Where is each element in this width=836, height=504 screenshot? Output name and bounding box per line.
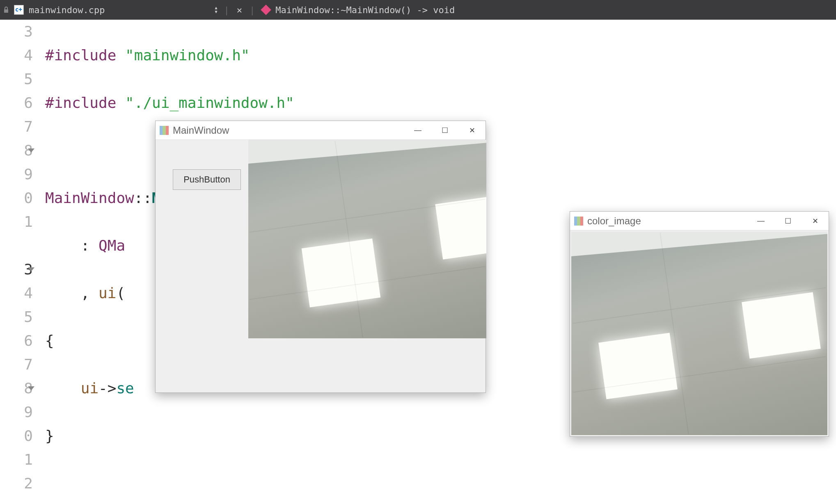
line-number: [0, 234, 33, 258]
updown-icon[interactable]: ▲▼: [215, 6, 217, 14]
fold-icon[interactable]: [28, 267, 34, 271]
window-client-area: PushButton: [156, 140, 486, 392]
line-number: 5: [0, 67, 33, 91]
line-number: 6: [0, 91, 33, 115]
titlebar[interactable]: MainWindow — ☐ ✕: [156, 121, 486, 140]
minimize-button[interactable]: —: [747, 212, 774, 230]
titlebar[interactable]: color_image — ☐ ✕: [570, 212, 829, 230]
line-number: 7: [0, 353, 33, 376]
separator: |: [250, 5, 255, 15]
line-number: 0: [0, 424, 33, 448]
line-number: 5: [0, 305, 33, 329]
line-number: 2: [0, 472, 33, 495]
camera-color-image: [571, 232, 827, 435]
line-number: 7: [0, 115, 33, 139]
window-title: MainWindow: [173, 125, 404, 136]
separator: |: [224, 5, 229, 15]
push-button[interactable]: PushButton: [173, 169, 241, 190]
line-number: 0: [0, 186, 33, 210]
close-button[interactable]: ✕: [802, 212, 829, 230]
line-number: 3: [0, 20, 33, 43]
fold-icon[interactable]: [28, 386, 34, 390]
method-icon: [261, 5, 271, 15]
close-tab-icon[interactable]: ✕: [237, 5, 242, 15]
line-number-gutter: 3 4 5 6 7 8 9 0 1 3 4 5 6 7 8 9 0 1 2: [0, 20, 39, 504]
line-number: 1: [0, 210, 33, 234]
line-number: 9: [0, 162, 33, 186]
line-number: 6: [0, 329, 33, 353]
editor-filename[interactable]: mainwindow.cpp: [29, 5, 105, 15]
minimize-button[interactable]: —: [404, 121, 431, 139]
line-number: 4: [0, 281, 33, 305]
line-number: 8: [0, 139, 33, 162]
close-button[interactable]: ✕: [458, 121, 486, 139]
cpp-file-icon: [14, 5, 24, 15]
mainwindow-dialog[interactable]: MainWindow — ☐ ✕ PushButton: [155, 121, 486, 393]
maximize-button[interactable]: ☐: [431, 121, 458, 139]
line-number: 8: [0, 376, 33, 400]
camera-preview-image: [248, 140, 486, 338]
maximize-button[interactable]: ☐: [774, 212, 802, 230]
opencv-app-icon: [574, 217, 583, 226]
symbol-breadcrumb[interactable]: MainWindow::~MainWindow() -> void: [275, 5, 455, 15]
window-title: color_image: [587, 215, 747, 227]
line-number: 9: [0, 400, 33, 424]
lock-icon: [2, 6, 10, 14]
line-number: 1: [0, 448, 33, 472]
color-image-dialog[interactable]: color_image — ☐ ✕: [570, 211, 829, 437]
line-number: 3: [0, 258, 33, 281]
line-number: 4: [0, 43, 33, 67]
qt-app-icon: [160, 126, 169, 135]
fold-icon[interactable]: [28, 148, 34, 153]
ide-toolbar: mainwindow.cpp ▲▼ | ✕ | MainWindow::~Mai…: [0, 0, 836, 20]
window-client-area: [570, 230, 829, 436]
